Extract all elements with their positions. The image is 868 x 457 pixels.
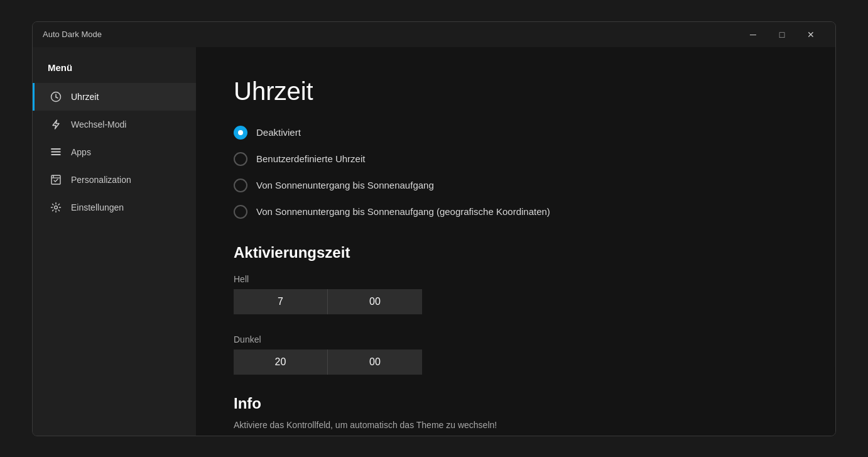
- sidebar-item-personalization[interactable]: Personalization: [33, 166, 196, 194]
- radio-group: Deaktiviert Benutzerdefinierte Uhrzeit V…: [234, 126, 798, 219]
- svg-rect-6: [52, 148, 53, 150]
- radio-sonnenuntergang2[interactable]: Von Sonnenuntergang bis Sonnenaufgang (g…: [234, 205, 798, 219]
- sidebar-item-wechsel-modi[interactable]: Wechsel-Modi: [33, 111, 196, 138]
- content-area: Menü Uhrzeit We: [33, 47, 835, 436]
- svg-rect-5: [52, 154, 61, 155]
- sidebar-section-label: Menü: [33, 57, 196, 83]
- radio-circle-sonnenuntergang2: [234, 205, 247, 219]
- sidebar-item-apps[interactable]: Apps: [33, 138, 196, 166]
- app-window: Auto Dark Mode ─ □ ✕ Menü Uhrzeit: [32, 21, 836, 436]
- minimize-button[interactable]: ─: [739, 25, 768, 45]
- sidebar-item-uhrzeit[interactable]: Uhrzeit: [33, 83, 196, 111]
- svg-point-9: [55, 206, 58, 209]
- radio-label-benutzerdefiniert: Benutzerdefinierte Uhrzeit: [256, 153, 365, 164]
- sidebar-einstellungen-label: Einstellungen: [71, 202, 124, 212]
- dunkel-inputs: [234, 350, 798, 375]
- hell-hour-input[interactable]: [234, 289, 328, 314]
- info-text: Aktiviere das Kontrollfeld, um automatis…: [234, 420, 798, 430]
- radio-circle-sonnenuntergang1: [234, 179, 247, 192]
- aktivierungszeit-section: Aktivierungszeit Hell Dunkel: [234, 244, 798, 375]
- gear-icon: [50, 201, 62, 214]
- sidebar-wechsel-label: Wechsel-Modi: [71, 119, 126, 129]
- maximize-button[interactable]: □: [768, 25, 796, 45]
- info-section: Info Aktiviere das Kontrollfeld, um auto…: [234, 395, 798, 430]
- radio-benutzerdefiniert[interactable]: Benutzerdefinierte Uhrzeit: [234, 152, 798, 166]
- sidebar-uhrzeit-label: Uhrzeit: [71, 92, 99, 102]
- dunkel-label: Dunkel: [234, 334, 798, 344]
- hell-inputs: [234, 289, 798, 314]
- apps-icon: [50, 146, 62, 158]
- hell-group: Hell: [234, 274, 798, 314]
- radio-circle-deaktiviert: [234, 126, 247, 140]
- clock-icon: [50, 91, 62, 103]
- hell-minute-input[interactable]: [328, 289, 422, 314]
- sidebar: Menü Uhrzeit We: [33, 47, 196, 436]
- info-title: Info: [234, 395, 798, 412]
- sidebar-personalization-label: Personalization: [71, 175, 131, 185]
- personalization-icon: [50, 173, 62, 186]
- dunkel-minute-input[interactable]: [328, 350, 422, 375]
- sidebar-apps-label: Apps: [71, 147, 91, 157]
- main-content: Uhrzeit Deaktiviert Benutzerdefinierte U…: [196, 47, 835, 436]
- radio-label-deaktiviert: Deaktiviert: [256, 127, 301, 138]
- svg-line-2: [56, 97, 58, 98]
- aktivierungszeit-title: Aktivierungszeit: [234, 244, 798, 262]
- dunkel-group: Dunkel: [234, 334, 798, 375]
- window-controls: ─ □ ✕: [739, 25, 825, 45]
- dunkel-hour-input[interactable]: [234, 350, 328, 375]
- window-title: Auto Dark Mode: [43, 30, 102, 39]
- page-title: Uhrzeit: [234, 77, 798, 106]
- radio-label-sonnenuntergang2: Von Sonnenuntergang bis Sonnenaufgang (g…: [256, 206, 550, 217]
- svg-rect-7: [52, 175, 60, 184]
- radio-circle-benutzerdefiniert: [234, 152, 247, 166]
- svg-rect-3: [52, 148, 61, 150]
- bolt-icon: [50, 118, 62, 131]
- svg-rect-4: [52, 151, 61, 152]
- titlebar: Auto Dark Mode ─ □ ✕: [33, 22, 835, 47]
- sidebar-item-einstellungen[interactable]: Einstellungen: [33, 194, 196, 221]
- hell-label: Hell: [234, 274, 798, 284]
- close-button[interactable]: ✕: [796, 25, 825, 45]
- radio-deaktiviert[interactable]: Deaktiviert: [234, 126, 798, 140]
- radio-sonnenuntergang1[interactable]: Von Sonnenuntergang bis Sonnenaufgang: [234, 179, 798, 192]
- radio-label-sonnenuntergang1: Von Sonnenuntergang bis Sonnenaufgang: [256, 180, 434, 190]
